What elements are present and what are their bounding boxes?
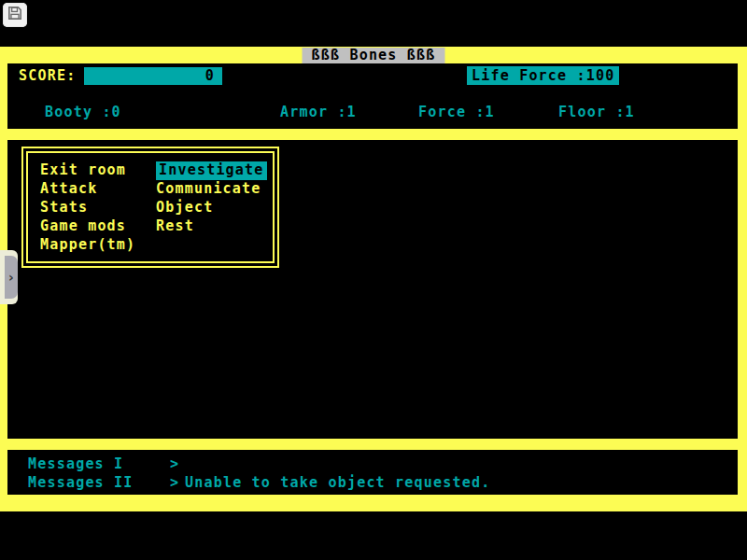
menu-item-rest[interactable]: Rest [156, 217, 194, 236]
stat-booty: Booty :0 [45, 104, 121, 121]
score-bar: 0 [84, 67, 222, 85]
command-menu-inner: Exit room Attack Stats Game mods Mapper(… [26, 151, 275, 263]
command-menu: Exit room Attack Stats Game mods Mapper(… [21, 147, 279, 268]
messages-2-text: Unable to take object requested. [185, 474, 490, 492]
menu-item-exit-room[interactable]: Exit room [40, 161, 126, 180]
menu-item-investigate[interactable]: Investigate [156, 161, 267, 180]
messages-2-prompt: > [170, 474, 179, 492]
chevron-right-icon[interactable]: › [5, 256, 18, 299]
floppy-disk-icon [7, 5, 23, 25]
menu-item-attack[interactable]: Attack [40, 180, 97, 199]
messages-1-label: Messages I [28, 455, 123, 473]
menu-column-right: Investigate Communicate Object Rest [156, 161, 267, 261]
life-force-badge: Life Force :100 [467, 66, 619, 85]
game-title: ßßß Bones ßßß [303, 48, 445, 63]
messages-panel: Messages I > Messages II > Unable to tak… [7, 450, 738, 495]
score-label: SCORE: [19, 67, 76, 85]
status-panel: SCORE: 0 Life Force :100 Booty :0 Armor … [7, 63, 738, 129]
stat-floor: Floor :1 [558, 104, 635, 121]
messages-2-label: Messages II [28, 474, 134, 492]
menu-item-object[interactable]: Object [156, 199, 213, 217]
stat-force: Force :1 [418, 104, 495, 121]
side-drawer-tab[interactable]: › [0, 250, 18, 304]
messages-1-prompt: > [170, 455, 179, 473]
game-screen: ßßß Bones ßßß SCORE: 0 Life Force :100 B… [0, 47, 747, 511]
menu-item-game-mods[interactable]: Game mods [40, 217, 126, 236]
save-button[interactable] [3, 3, 27, 27]
stat-armor: Armor :1 [280, 104, 357, 121]
menu-item-mapper[interactable]: Mapper(tm) [40, 236, 135, 255]
menu-item-stats[interactable]: Stats [40, 199, 88, 217]
menu-column-left: Exit room Attack Stats Game mods Mapper(… [40, 161, 156, 261]
menu-item-communicate[interactable]: Communicate [156, 180, 261, 199]
main-panel: Exit room Attack Stats Game mods Mapper(… [7, 140, 738, 439]
